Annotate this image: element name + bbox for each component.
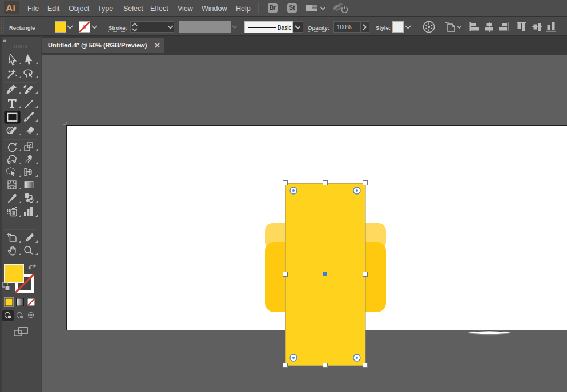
svg-text:«: « [3, 37, 6, 44]
